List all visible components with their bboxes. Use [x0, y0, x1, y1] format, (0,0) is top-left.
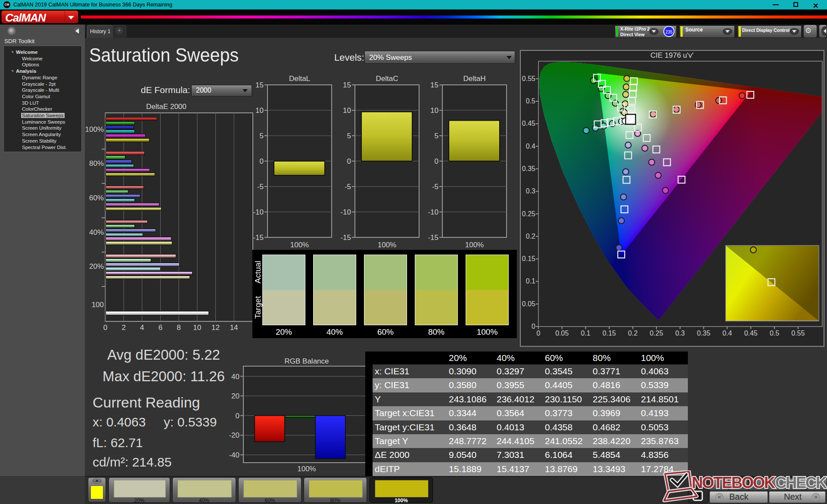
svg-text:0: 0 [532, 323, 535, 330]
svg-text:20: 20 [231, 392, 239, 400]
svg-text:0.15: 0.15 [522, 255, 535, 262]
svg-text:40: 40 [231, 373, 239, 381]
svg-text:0.15: 0.15 [603, 330, 616, 337]
svg-text:0.45: 0.45 [744, 330, 758, 337]
svg-text:0.4: 0.4 [526, 143, 535, 150]
svg-text:CIE 1976 u'v': CIE 1976 u'v' [650, 51, 693, 59]
svg-text:RGB Balance: RGB Balance [285, 357, 329, 365]
svg-text:0.4: 0.4 [722, 330, 732, 337]
svg-text:0.55: 0.55 [522, 75, 535, 82]
svg-text:0.35: 0.35 [522, 165, 535, 172]
svg-text:0.05: 0.05 [522, 300, 535, 308]
svg-text:0.25: 0.25 [522, 210, 535, 218]
svg-text:0.05: 0.05 [555, 330, 569, 337]
svg-text:0.25: 0.25 [650, 330, 663, 337]
svg-text:0.2: 0.2 [526, 233, 535, 240]
svg-text:-20: -20 [229, 431, 239, 439]
svg-text:0.5: 0.5 [526, 97, 535, 105]
svg-text:0.3: 0.3 [675, 330, 685, 337]
svg-text:0.1: 0.1 [526, 277, 535, 285]
svg-text:0.5: 0.5 [770, 330, 779, 337]
svg-text:100%: 100% [297, 465, 316, 473]
svg-text:0: 0 [537, 330, 541, 337]
svg-text:CHECK: CHECK [775, 474, 827, 492]
svg-text:0.2: 0.2 [628, 330, 637, 337]
svg-text:-40: -40 [229, 451, 239, 459]
svg-text:0.3: 0.3 [526, 187, 535, 195]
svg-text:0.45: 0.45 [522, 120, 535, 127]
svg-text:0: 0 [236, 412, 239, 420]
svg-text:0.35: 0.35 [697, 330, 710, 337]
svg-text:NOTEBOOK: NOTEBOOK [692, 474, 775, 492]
svg-text:0.55: 0.55 [791, 330, 805, 337]
svg-text:0.1: 0.1 [581, 330, 590, 337]
